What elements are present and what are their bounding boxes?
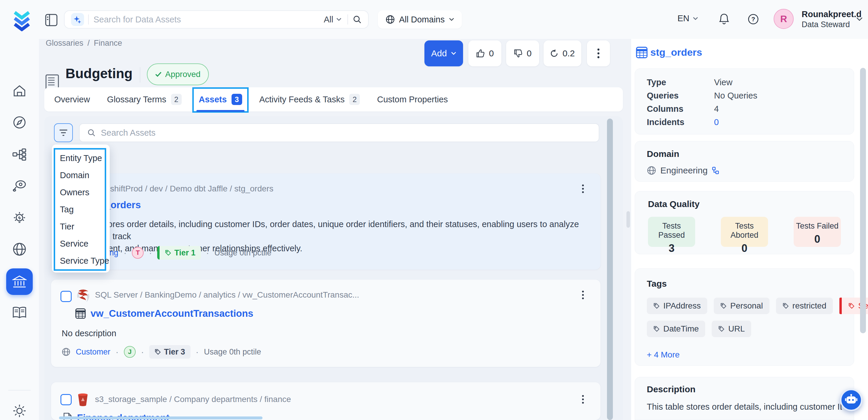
tab-count-badge: 2 bbox=[349, 94, 360, 105]
help-icon[interactable]: ? bbox=[748, 13, 759, 25]
ai-sparkles-icon[interactable] bbox=[71, 13, 84, 26]
discover-eye-icon[interactable] bbox=[12, 179, 27, 192]
menu-item-service-type[interactable]: Service Type bbox=[55, 252, 105, 269]
asset-card-stg-orders[interactable]: RedshiftProd / dev / Demo dbt Jaffle / s… bbox=[51, 173, 600, 270]
table-icon bbox=[636, 47, 648, 58]
tab-activity-feeds[interactable]: Activity Feeds & Tasks2 bbox=[259, 94, 360, 105]
s3-storage-icon bbox=[76, 392, 89, 408]
asset-more-icon[interactable] bbox=[577, 182, 589, 195]
asset-meta-row: Customer J Tier 3 Usage 0th pctile bbox=[62, 345, 261, 359]
asset-more-icon[interactable] bbox=[577, 289, 589, 301]
asset-search-input[interactable]: Search Assets bbox=[79, 123, 599, 142]
tier-badge[interactable]: Tier 3 bbox=[149, 345, 190, 359]
menu-item-owners[interactable]: Owners bbox=[55, 184, 105, 201]
horizontal-scrollbar[interactable] bbox=[59, 417, 262, 419]
thumb-up-icon bbox=[476, 49, 485, 58]
owner-avatar[interactable]: T bbox=[132, 247, 144, 259]
incidents-value-link[interactable]: 0 bbox=[714, 117, 719, 127]
compass-icon[interactable] bbox=[13, 116, 26, 129]
tab-custom-properties[interactable]: Custom Properties bbox=[377, 95, 448, 104]
asset-checkbox[interactable] bbox=[60, 291, 72, 302]
app-logo[interactable] bbox=[11, 8, 33, 31]
tab-overview[interactable]: Overview bbox=[54, 95, 90, 104]
menu-item-domain[interactable]: Domain bbox=[55, 167, 105, 184]
details-asset-title[interactable]: stg_orders bbox=[650, 47, 702, 58]
domain-value[interactable]: Engineering bbox=[660, 166, 708, 176]
tag-icon bbox=[653, 326, 660, 332]
asset-card-vw-customeraccounttransactions[interactable]: SQL Server / BankingDemo / analytics / v… bbox=[51, 280, 600, 367]
breadcrumb-current[interactable]: Finance bbox=[94, 39, 122, 48]
asset-path: s3_storage_sample / Company departments … bbox=[95, 395, 291, 404]
user-role: Data Steward bbox=[802, 20, 862, 29]
add-button[interactable]: Add bbox=[425, 40, 463, 66]
tag-icon bbox=[848, 303, 855, 309]
tier-badge[interactable]: Tier 1 bbox=[157, 246, 201, 260]
search-placeholder: Search for Data Assets bbox=[93, 15, 324, 25]
tab-assets[interactable]: Assets3 bbox=[199, 94, 242, 105]
more-actions-button[interactable] bbox=[587, 40, 610, 66]
search-scope-select[interactable]: All bbox=[324, 15, 342, 25]
home-icon[interactable] bbox=[13, 84, 26, 97]
search-icon[interactable] bbox=[353, 15, 362, 24]
description-text: This table stores order details, includi… bbox=[647, 402, 842, 412]
asset-description: No description bbox=[62, 329, 116, 338]
filter-icon bbox=[59, 129, 68, 136]
sql-server-icon bbox=[76, 288, 91, 304]
tests-failed-tile: Tests Failed 0 bbox=[794, 217, 841, 247]
glossary-book-icon[interactable] bbox=[12, 306, 27, 318]
divider bbox=[88, 14, 89, 25]
tab-count-badge: 2 bbox=[171, 94, 182, 105]
hierarchy-link-icon[interactable] bbox=[712, 167, 719, 174]
tag-personal[interactable]: Personal bbox=[714, 298, 770, 314]
downvote-button[interactable]: 0 bbox=[506, 40, 539, 66]
usage-text: Usage 0th pctile bbox=[204, 348, 261, 357]
domains-globe-icon[interactable] bbox=[12, 242, 27, 256]
asset-domain-link[interactable]: Customer bbox=[76, 348, 110, 357]
tag-ipaddress[interactable]: IPAddress bbox=[647, 298, 707, 314]
governance-bank-icon[interactable] bbox=[12, 275, 27, 289]
assets-scrollbar[interactable] bbox=[607, 119, 613, 420]
check-icon bbox=[155, 72, 162, 77]
details-scrollbar[interactable] bbox=[860, 68, 866, 333]
description-header: Description bbox=[647, 384, 842, 394]
filter-button[interactable] bbox=[54, 123, 73, 142]
status-badge[interactable]: Approved bbox=[147, 63, 209, 85]
sidebar-toggle-icon[interactable] bbox=[45, 13, 58, 27]
insights-bulb-icon[interactable] bbox=[12, 211, 27, 225]
owner-avatar[interactable]: J bbox=[124, 346, 136, 358]
breadcrumb-root[interactable]: Glossaries bbox=[46, 39, 84, 48]
menu-item-tag[interactable]: Tag bbox=[55, 201, 105, 218]
tests-aborted-tile: Tests Aborted 0 bbox=[721, 217, 768, 247]
chevron-down-icon bbox=[449, 18, 454, 21]
tab-glossary-terms[interactable]: Glossary Terms2 bbox=[107, 94, 182, 105]
all-domains-label: All Domains bbox=[399, 15, 445, 25]
global-search[interactable]: Search for Data Assets All bbox=[64, 10, 369, 29]
notifications-bell-icon[interactable] bbox=[719, 13, 730, 25]
chevron-down-icon bbox=[451, 52, 456, 55]
asset-path: RedshiftProd / dev / Demo dbt Jaffle / s… bbox=[95, 184, 273, 193]
details-data-quality-card: Data Quality Tests Passed 3 Tests Aborte… bbox=[635, 191, 854, 254]
user-avatar[interactable]: R bbox=[774, 9, 794, 29]
asset-checkbox[interactable] bbox=[60, 394, 72, 405]
asset-name-link[interactable]: vw_CustomerAccountTransactions bbox=[91, 308, 253, 319]
tag-url[interactable]: URL bbox=[712, 321, 751, 337]
settings-gear-icon[interactable] bbox=[12, 404, 27, 418]
chatbot-button[interactable] bbox=[840, 389, 862, 411]
language-select[interactable]: EN bbox=[678, 13, 698, 23]
asset-card-finance-department[interactable]: s3_storage_sample / Company departments … bbox=[51, 382, 600, 420]
lineage-icon[interactable] bbox=[12, 148, 27, 161]
more-tags-link[interactable]: + 4 More bbox=[647, 350, 854, 360]
menu-item-tier[interactable]: Tier bbox=[55, 218, 105, 235]
score-button[interactable]: 0.2 bbox=[544, 40, 581, 66]
user-menu-chevron-icon[interactable] bbox=[856, 17, 863, 21]
menu-item-entity-type[interactable]: Entity Type bbox=[55, 150, 105, 167]
menu-item-service[interactable]: Service bbox=[55, 235, 105, 252]
panel-resize-handle[interactable] bbox=[626, 211, 630, 228]
asset-more-icon[interactable] bbox=[577, 393, 589, 406]
user-info[interactable]: Rounakpreet.d Data Steward bbox=[802, 9, 862, 29]
tag-datetime[interactable]: DateTime bbox=[647, 321, 705, 337]
asset-title-row[interactable]: vw_CustomerAccountTransactions bbox=[75, 308, 253, 319]
upvote-button[interactable]: 0 bbox=[468, 40, 501, 66]
tag-restricted[interactable]: restricted bbox=[776, 298, 833, 314]
all-domains-button[interactable]: All Domains bbox=[378, 10, 462, 29]
